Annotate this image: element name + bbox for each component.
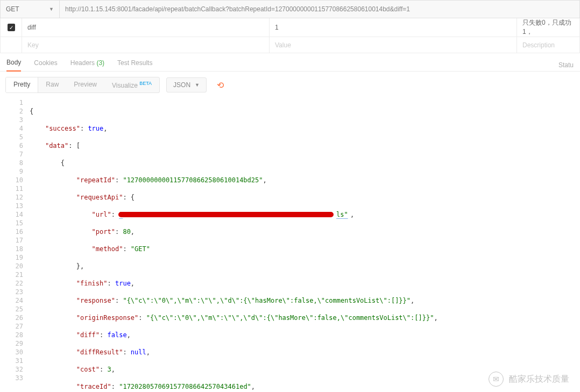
format-label: JSON (173, 81, 190, 89)
response-toolbar: Pretty Raw Preview Visualize BETA JSON ▼… (0, 72, 580, 98)
wrap-icon: ⟲ (217, 80, 224, 90)
url-input[interactable] (60, 0, 579, 18)
param-checkbox-cell[interactable]: ✓ (1, 18, 22, 37)
watermark: ✉ 酷家乐技术质量 (489, 372, 569, 387)
tab-headers[interactable]: Headers (3) (70, 59, 104, 71)
param-key-cell[interactable]: diff (22, 18, 270, 37)
param-desc-placeholder[interactable]: Description (517, 37, 580, 53)
status-label: Statu (558, 61, 574, 69)
line-gutter: 12345 678910 1112131415 1617181920 21222… (0, 98, 30, 392)
visualize-label: Visualize (112, 82, 138, 89)
chevron-down-icon: ▼ (195, 82, 200, 88)
param-checkbox-cell[interactable] (1, 37, 22, 53)
tab-test-results[interactable]: Test Results (117, 59, 152, 71)
param-value-placeholder[interactable]: Value (270, 37, 517, 53)
json-code[interactable]: { "success": true, "data": [ { "repeatId… (30, 98, 580, 392)
table-row[interactable]: Key Value Description (1, 37, 580, 53)
param-desc-cell[interactable]: 只失败0，只成功1， (517, 18, 580, 37)
request-topbar: GET ▼ (0, 0, 580, 18)
format-dropdown[interactable]: JSON ▼ (166, 77, 207, 92)
preview-button[interactable]: Preview (66, 77, 104, 92)
param-value-cell[interactable]: 1 (270, 18, 517, 37)
http-method-dropdown[interactable]: GET ▼ (1, 0, 60, 18)
params-table: ✓ diff 1 只失败0，只成功1， Key Value Descriptio… (0, 18, 580, 53)
beta-badge: BETA (139, 81, 152, 86)
tab-cookies[interactable]: Cookies (34, 59, 57, 71)
wrap-lines-button[interactable]: ⟲ (212, 77, 229, 93)
response-body[interactable]: 12345 678910 1112131415 1617181920 21222… (0, 98, 580, 392)
http-method-label: GET (6, 5, 19, 13)
param-key-placeholder[interactable]: Key (22, 37, 270, 53)
tab-body[interactable]: Body (6, 59, 21, 72)
tab-headers-label: Headers (70, 59, 95, 67)
raw-button[interactable]: Raw (38, 77, 66, 92)
check-icon: ✓ (8, 24, 15, 31)
wechat-icon: ✉ (489, 372, 504, 387)
visualize-button[interactable]: Visualize BETA (104, 77, 159, 92)
tab-headers-count: (3) (96, 59, 104, 67)
view-mode-group: Pretty Raw Preview Visualize BETA (5, 77, 160, 93)
chevron-down-icon: ▼ (49, 6, 54, 12)
table-row[interactable]: ✓ diff 1 只失败0，只成功1， (1, 18, 580, 37)
response-tabs: Body Cookies Headers (3) Test Results St… (0, 53, 580, 72)
pretty-button[interactable]: Pretty (6, 77, 38, 92)
watermark-text: 酷家乐技术质量 (509, 374, 569, 385)
